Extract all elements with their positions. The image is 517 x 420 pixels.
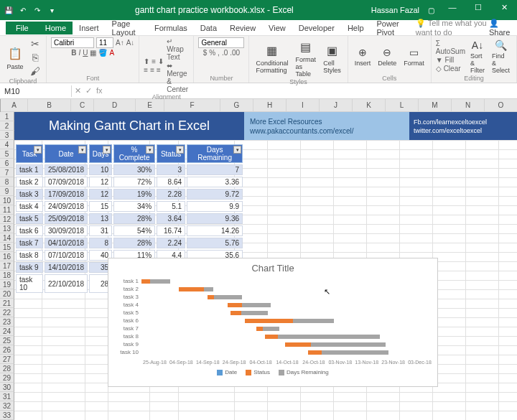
col-header-M[interactable]: M bbox=[419, 99, 452, 112]
ribbon-tab-data[interactable]: Data bbox=[194, 22, 223, 34]
col-header-E[interactable]: E bbox=[136, 99, 164, 112]
percent-icon[interactable]: % bbox=[209, 49, 215, 57]
ribbon-tab-formulas[interactable]: Formulas bbox=[148, 22, 194, 34]
table-cell[interactable]: 7 bbox=[187, 164, 243, 175]
row-header-32[interactable]: 32 bbox=[0, 401, 14, 411]
underline-button[interactable]: U bbox=[83, 49, 88, 57]
italic-button[interactable]: I bbox=[78, 49, 80, 57]
table-cell[interactable]: 28% bbox=[113, 213, 155, 224]
table-cell[interactable]: 14.26 bbox=[187, 225, 243, 236]
table-row[interactable]: task 125/08/20181030%37 bbox=[16, 164, 243, 175]
col-header-I[interactable]: I bbox=[287, 99, 320, 112]
row-header-23[interactable]: 23 bbox=[0, 317, 14, 327]
row-header-17[interactable]: 17 bbox=[0, 261, 14, 271]
conditional-formatting-button[interactable]: ▦Conditional Formatting bbox=[253, 41, 290, 75]
table-cell[interactable]: 25/09/2018 bbox=[45, 213, 88, 224]
enter-formula-icon[interactable]: ✓ bbox=[85, 86, 92, 95]
row-header-25[interactable]: 25 bbox=[0, 336, 14, 345]
ribbon-tab-view[interactable]: View bbox=[262, 22, 292, 34]
row-header-28[interactable]: 28 bbox=[0, 364, 14, 373]
maximize-button[interactable]: ☐ bbox=[468, 3, 488, 17]
table-cell[interactable]: task 4 bbox=[16, 201, 43, 212]
bold-button[interactable]: B bbox=[71, 49, 76, 57]
border-icon[interactable]: ▦ bbox=[90, 49, 96, 57]
table-cell[interactable]: 30/09/2018 bbox=[45, 225, 88, 236]
table-cell[interactable]: 07/09/2018 bbox=[45, 177, 88, 187]
font-color-icon[interactable]: A bbox=[109, 49, 114, 57]
col-header-H[interactable]: H bbox=[253, 99, 287, 112]
format-cells-button[interactable]: ▭Format bbox=[401, 45, 427, 67]
accounting-icon[interactable]: $ bbox=[203, 49, 208, 57]
ribbon-tab-insert[interactable]: Insert bbox=[73, 22, 106, 34]
table-cell[interactable]: 15 bbox=[89, 201, 112, 212]
table-cell[interactable]: 16.74 bbox=[157, 225, 185, 236]
ribbon-tab-power-pivot[interactable]: Power Pivot bbox=[371, 17, 411, 39]
col-header-O[interactable]: O bbox=[485, 99, 517, 112]
font-size-select[interactable] bbox=[96, 37, 113, 48]
autosum-button[interactable]: Σ AutoSum bbox=[436, 39, 465, 55]
table-cell[interactable]: 8 bbox=[89, 238, 112, 248]
comma-icon[interactable]: , bbox=[218, 49, 220, 57]
sort-filter-button[interactable]: A↓Sort & Filter bbox=[468, 38, 487, 75]
table-header[interactable]: Task▾ bbox=[16, 144, 43, 163]
fill-button[interactable]: ▼ Fill bbox=[436, 56, 465, 64]
table-header[interactable]: Date▾ bbox=[45, 144, 88, 163]
save-icon[interactable]: 💾 bbox=[3, 4, 14, 16]
row-header-20[interactable]: 20 bbox=[0, 289, 14, 299]
align-center-icon[interactable]: ≡ bbox=[150, 66, 154, 74]
ribbon-tab-help[interactable]: Help bbox=[341, 22, 371, 34]
minimize-button[interactable]: — bbox=[442, 3, 462, 17]
table-row[interactable]: task 317/09/20181219%2.289.72 bbox=[16, 189, 243, 200]
filter-dropdown-icon[interactable]: ▾ bbox=[233, 146, 241, 154]
table-cell[interactable]: 13 bbox=[89, 213, 112, 224]
table-cell[interactable]: 5.76 bbox=[187, 238, 243, 248]
font-name-select[interactable] bbox=[51, 37, 94, 48]
row-header-18[interactable]: 18 bbox=[0, 271, 14, 280]
row-header-5[interactable]: 5 bbox=[0, 149, 14, 159]
table-cell[interactable]: 3.64 bbox=[157, 213, 185, 224]
row-header-13[interactable]: 13 bbox=[0, 224, 14, 233]
table-header[interactable]: Days Remaining▾ bbox=[187, 144, 243, 163]
filter-dropdown-icon[interactable]: ▾ bbox=[146, 146, 154, 154]
table-cell[interactable]: task 6 bbox=[16, 225, 43, 236]
ribbon-tab-home[interactable]: Home bbox=[39, 22, 73, 34]
merge-center-button[interactable]: ⬌ Merge & Center bbox=[167, 62, 189, 93]
delete-cells-button[interactable]: ⊖Delete bbox=[376, 45, 399, 67]
col-header-K[interactable]: K bbox=[353, 99, 386, 112]
gantt-chart[interactable]: Chart Title task 1task 2task 3task 4task… bbox=[108, 258, 438, 387]
table-cell[interactable]: 25/08/2018 bbox=[45, 164, 88, 175]
table-cell[interactable]: 30% bbox=[113, 164, 155, 175]
align-left-icon[interactable]: ≡ bbox=[144, 66, 148, 74]
col-header-C[interactable]: C bbox=[71, 99, 94, 112]
filter-dropdown-icon[interactable]: ▾ bbox=[176, 146, 184, 154]
row-header-27[interactable]: 27 bbox=[0, 355, 14, 364]
ribbon-tab-developer[interactable]: Developer bbox=[292, 22, 341, 34]
col-header-G[interactable]: G bbox=[220, 99, 253, 112]
col-header-D[interactable]: D bbox=[94, 99, 136, 112]
table-cell[interactable]: 19% bbox=[113, 189, 155, 200]
row-header-15[interactable]: 15 bbox=[0, 243, 14, 252]
table-cell[interactable]: 9.36 bbox=[187, 213, 243, 224]
table-cell[interactable]: task 1 bbox=[16, 164, 43, 175]
row-header-22[interactable]: 22 bbox=[0, 308, 14, 317]
ribbon-tab-page-layout[interactable]: Page Layout bbox=[106, 17, 148, 39]
table-cell[interactable]: 8.64 bbox=[157, 177, 185, 187]
table-cell[interactable]: 07/10/2018 bbox=[45, 250, 88, 261]
table-row[interactable]: task 704/10/2018828%2.245.76 bbox=[16, 238, 243, 248]
row-header-16[interactable]: 16 bbox=[0, 252, 14, 261]
col-header-L[interactable]: L bbox=[386, 99, 419, 112]
table-cell[interactable]: task 2 bbox=[16, 177, 43, 187]
col-header-J[interactable]: J bbox=[320, 99, 353, 112]
row-header-26[interactable]: 26 bbox=[0, 345, 14, 355]
qat-dropdown-icon[interactable]: ▾ bbox=[46, 4, 57, 16]
table-cell[interactable]: task 7 bbox=[16, 238, 43, 248]
row-header-21[interactable]: 21 bbox=[0, 299, 14, 308]
table-cell[interactable]: 14/10/2018 bbox=[45, 262, 88, 273]
ribbon-tab-review[interactable]: Review bbox=[223, 22, 262, 34]
row-header-24[interactable]: 24 bbox=[0, 327, 14, 336]
table-cell[interactable]: 54% bbox=[113, 225, 155, 236]
table-cell[interactable]: task 3 bbox=[16, 189, 43, 200]
row-header-30[interactable]: 30 bbox=[0, 383, 14, 392]
table-row[interactable]: task 207/09/20181272%8.643.36 bbox=[16, 177, 243, 187]
fill-color-icon[interactable]: 🪣 bbox=[98, 49, 107, 57]
